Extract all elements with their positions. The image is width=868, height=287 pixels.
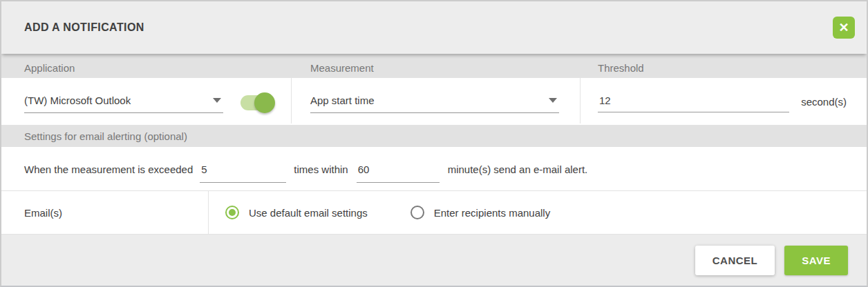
radio-option-label: Use default email settings (249, 207, 368, 219)
application-cell: (TW) Microsoft Outlook (1, 78, 292, 123)
measurement-label: Measurement (292, 58, 581, 74)
times-exceeded-input[interactable] (200, 164, 286, 183)
radio-option-label: Enter recipients manually (434, 207, 550, 219)
chevron-down-icon (549, 98, 557, 103)
email-settings-section-header: Settings for email alerting (optional) (1, 123, 867, 147)
dialog-footer: CANCEL SAVE (1, 234, 867, 286)
application-select-value: (TW) Microsoft Outlook (24, 95, 131, 106)
measurement-select[interactable]: App start time (310, 95, 559, 113)
inputs-row: (TW) Microsoft Outlook App start time se… (1, 78, 867, 123)
minutes-window-input[interactable] (357, 164, 440, 183)
application-label: Application (1, 58, 292, 74)
threshold-cell: second(s) (581, 78, 867, 123)
condition-text-part1: When the measurement is exceeded (24, 164, 193, 175)
measurement-cell: App start time (292, 78, 581, 123)
cancel-button[interactable]: CANCEL (695, 246, 775, 275)
measurement-select-value: App start time (310, 95, 375, 106)
radio-option-manual-recipients[interactable]: Enter recipients manually (411, 206, 550, 219)
emails-label: Email(s) (1, 191, 209, 234)
threshold-label: Threshold (581, 58, 867, 74)
save-button[interactable]: SAVE (784, 246, 848, 275)
threshold-unit: second(s) (801, 95, 847, 108)
dialog-header: ADD A NOTIFICATION ✕ (1, 1, 867, 54)
threshold-input[interactable] (598, 95, 789, 112)
emails-row: Email(s) Use default email settings Ente… (1, 191, 867, 234)
application-enabled-toggle[interactable] (240, 95, 274, 110)
radio-button-icon (411, 206, 424, 219)
email-settings-section-title: Settings for email alerting (optional) (24, 130, 187, 142)
add-notification-dialog: ADD A NOTIFICATION ✕ Application Measure… (0, 0, 868, 287)
dialog-title: ADD A NOTIFICATION (24, 21, 144, 34)
application-select[interactable]: (TW) Microsoft Outlook (24, 95, 223, 113)
condition-text-part2: times within (294, 164, 348, 175)
radio-option-default-settings[interactable]: Use default email settings (225, 206, 368, 219)
column-labels-row: Application Measurement Threshold (1, 54, 867, 78)
condition-text-part3: minute(s) send an e-mail alert. (448, 164, 588, 175)
radio-button-icon (225, 206, 239, 219)
alert-condition-row: When the measurement is exceeded times w… (1, 147, 867, 191)
toggle-knob (254, 92, 275, 113)
close-icon: ✕ (838, 21, 849, 34)
chevron-down-icon (213, 98, 221, 103)
email-options: Use default email settings Enter recipie… (209, 206, 867, 219)
close-button[interactable]: ✕ (833, 17, 855, 39)
